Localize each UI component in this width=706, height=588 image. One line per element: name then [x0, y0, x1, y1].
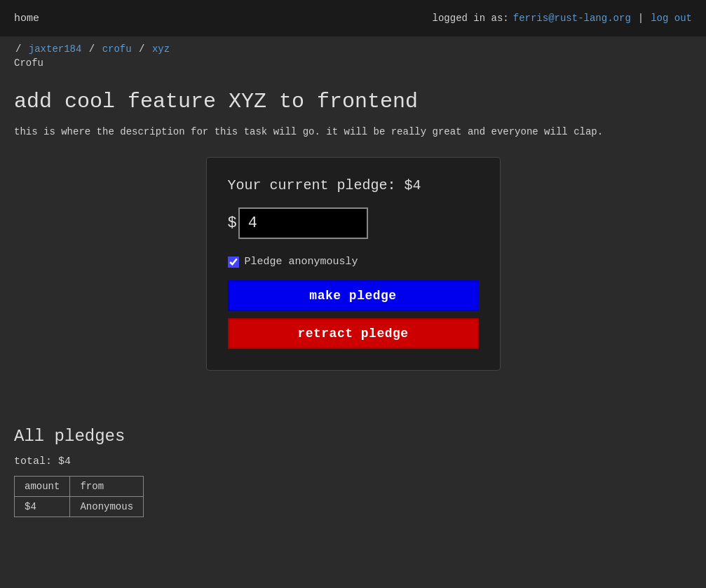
pledges-table-head: amount from [15, 477, 144, 497]
anonymous-row: Pledge anonymously [228, 256, 479, 268]
anonymous-label: Pledge anonymously [245, 256, 358, 268]
total-line: total: $4 [14, 456, 692, 467]
retract-pledge-button[interactable]: retract pledge [228, 318, 479, 349]
pledges-table-body: $4Anonymous [15, 497, 144, 517]
dollar-sign: $ [228, 214, 237, 232]
total-label: total: [14, 456, 52, 467]
user-email-link[interactable]: ferris@rust-lang.org [513, 13, 631, 24]
column-from: from [70, 477, 144, 497]
logout-link[interactable]: log out [651, 13, 692, 24]
all-pledges-title: All pledges [14, 427, 692, 446]
breadcrumb-separator-2: / [89, 43, 101, 55]
anonymous-checkbox[interactable] [228, 257, 239, 268]
table-row: $4Anonymous [15, 497, 144, 517]
cell-amount: $4 [15, 497, 70, 517]
amount-input[interactable] [238, 207, 368, 239]
breadcrumb-user-link[interactable]: jaxter184 [29, 43, 82, 55]
cell-from: Anonymous [70, 497, 144, 517]
breadcrumb: / jaxter184 / crofu / xyz [0, 36, 706, 56]
all-pledges-section: All pledges total: $4 amount from $4Anon… [0, 427, 706, 517]
amount-input-row: $ [228, 207, 479, 239]
home-link[interactable]: home [14, 13, 39, 25]
navbar-right: logged in as: ferris@rust-lang.org | log… [433, 13, 692, 24]
breadcrumb-page-link[interactable]: xyz [152, 43, 170, 55]
current-pledge-text: Your current pledge: $4 [228, 177, 479, 193]
total-value: $4 [58, 456, 71, 467]
breadcrumb-project-link[interactable]: crofu [102, 43, 132, 55]
page-title: add cool feature XYZ to frontend [14, 90, 692, 114]
nav-separator: | [638, 13, 644, 24]
sub-breadcrumb-label: Crofu [14, 57, 43, 69]
pledges-table-header-row: amount from [15, 477, 144, 497]
navbar: home logged in as: ferris@rust-lang.org … [0, 0, 706, 36]
breadcrumb-separator-3: / [139, 43, 151, 55]
pledges-table: amount from $4Anonymous [14, 476, 144, 517]
column-amount: amount [15, 477, 70, 497]
sub-breadcrumb: Crofu [0, 56, 706, 76]
main-content: add cool feature XYZ to frontend this is… [0, 76, 706, 427]
logged-in-text: logged in as: [433, 13, 509, 24]
breadcrumb-separator-1: / [15, 43, 21, 55]
page-description: this is where the description for this t… [14, 126, 692, 137]
pledge-card: Your current pledge: $4 $ Pledge anonymo… [206, 157, 501, 371]
navbar-left: home [14, 13, 39, 25]
make-pledge-button[interactable]: make pledge [228, 280, 479, 311]
